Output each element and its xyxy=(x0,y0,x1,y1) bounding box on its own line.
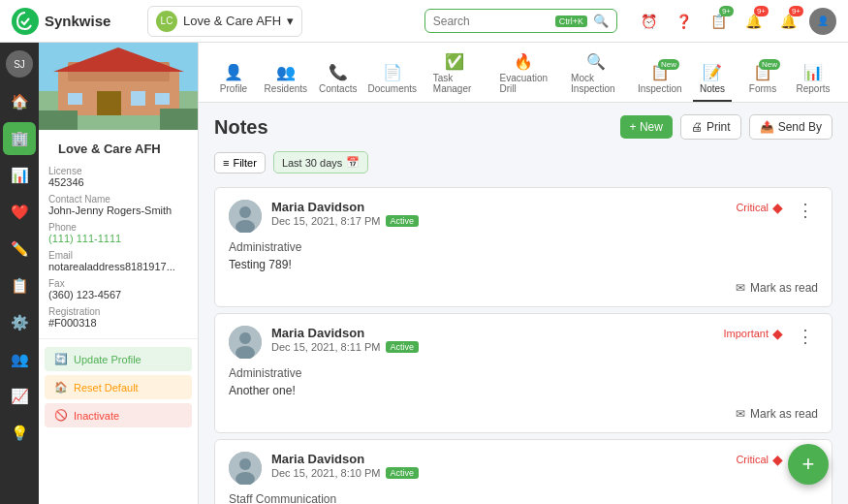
note-status-2: Active xyxy=(386,341,420,353)
note-priority-3: Critical ◆ xyxy=(736,452,783,467)
panel-divider xyxy=(39,338,198,339)
print-button[interactable]: 🖨 Print xyxy=(680,114,741,140)
mark-read-btn-1[interactable]: ✉ Mark as read xyxy=(736,281,818,295)
tab-contacts[interactable]: 📞 Contacts xyxy=(319,59,358,102)
tab-mock-inspection[interactable]: 🔍 Mock Inspection xyxy=(565,48,626,102)
tab-notes[interactable]: 📝 Notes xyxy=(693,59,732,102)
note-date-text-3: Dec 15, 2021, 8:10 PM xyxy=(271,467,381,479)
phone-value[interactable]: (111) 111-1111 xyxy=(48,233,188,244)
sidebar-ideas-btn[interactable]: 💡 xyxy=(3,417,36,450)
diamond-icon-2: ◆ xyxy=(772,326,783,341)
mark-read-label-2: Mark as read xyxy=(750,407,818,421)
svg-rect-8 xyxy=(155,93,170,105)
tasks-icon-btn[interactable]: 📋 9+ xyxy=(705,8,732,35)
fab-add-button[interactable]: + xyxy=(788,444,829,485)
sidebar-facility-btn[interactable]: 🏢 xyxy=(3,122,36,155)
sidebar-home-btn[interactable]: 🏠 xyxy=(3,85,36,118)
notifications-icon-btn[interactable]: 🔔 9+ xyxy=(739,8,767,35)
facility-selector[interactable]: LC Love & Care AFH ▾ xyxy=(147,6,302,37)
help-icon-btn[interactable]: ❓ xyxy=(670,8,697,35)
note-date-3: Dec 15, 2021, 8:10 PM Active xyxy=(271,467,726,479)
note-more-btn-2[interactable]: ⋮ xyxy=(793,326,818,347)
alerts-icon-btn[interactable]: 🔔 9+ xyxy=(774,8,801,35)
note-author-1: Maria Davidson xyxy=(271,200,726,214)
send-button[interactable]: 📤 Send By xyxy=(749,114,832,140)
note-header-2: Maria Davidson Dec 15, 2021, 8:11 PM Act… xyxy=(229,326,818,359)
facility-image xyxy=(39,43,198,130)
tab-mock-label: Mock Inspection xyxy=(571,73,620,94)
sidebar-notes-btn[interactable]: ✏️ xyxy=(3,233,36,266)
filter-label: Filter xyxy=(233,157,256,169)
user-avatar-nav[interactable]: 👤 xyxy=(809,8,836,35)
filter-icon: ≡ xyxy=(223,157,229,169)
filter-bar: ≡ Filter Last 30 days 📅 xyxy=(199,147,848,181)
note-author-2: Maria Davidson xyxy=(271,326,714,340)
profile-tab-icon: 👤 xyxy=(224,63,243,81)
app-name: Synkwise xyxy=(45,13,110,29)
tab-documents[interactable]: 📄 Documents xyxy=(369,59,416,102)
note-more-btn-1[interactable]: ⋮ xyxy=(793,200,818,221)
sidebar-settings-btn[interactable]: ⚙️ xyxy=(3,306,36,339)
svg-rect-9 xyxy=(39,110,78,130)
note-date-text-2: Dec 15, 2021, 8:11 PM xyxy=(271,341,381,353)
reports-tab-icon: 📊 xyxy=(803,63,823,81)
app-logo[interactable]: Synkwise xyxy=(12,8,138,35)
tab-inspection[interactable]: New 📋 Inspection xyxy=(639,59,681,102)
sidebar-docs-btn[interactable]: 📋 xyxy=(3,269,36,302)
logo-icon xyxy=(12,8,39,35)
chevron-down-icon: ▾ xyxy=(287,14,294,28)
note-content-2: Another one! xyxy=(229,384,818,397)
envelope-icon-2: ✉ xyxy=(736,407,745,421)
tab-contacts-label: Contacts xyxy=(319,83,357,94)
svg-point-18 xyxy=(239,458,251,470)
tab-evacuation[interactable]: 🔥 Evacuation Drill xyxy=(494,48,554,102)
inspection-badge: New xyxy=(658,59,679,70)
tab-residents-label: Residents xyxy=(265,83,307,94)
tab-residents[interactable]: 👥 Residents xyxy=(265,59,307,102)
note-date-1: Dec 15, 2021, 8:17 PM Active xyxy=(271,215,726,227)
mark-read-btn-2[interactable]: ✉ Mark as read xyxy=(736,407,818,421)
note-card-2: Maria Davidson Dec 15, 2021, 8:11 PM Act… xyxy=(214,313,832,433)
note-priority-text-2: Important xyxy=(724,328,769,339)
registration-label: Registration xyxy=(48,306,188,317)
svg-point-12 xyxy=(239,206,251,218)
search-input[interactable] xyxy=(433,15,550,28)
tab-forms[interactable]: New 📋 Forms xyxy=(743,59,782,102)
update-profile-button[interactable]: 🔄 Update Profile xyxy=(45,347,192,371)
sidebar-user-avatar[interactable]: SJ xyxy=(6,50,33,78)
tab-notes-label: Notes xyxy=(700,83,725,94)
search-icon[interactable]: 🔍 xyxy=(593,14,609,28)
notifications-badge: 9+ xyxy=(754,6,769,16)
note-priority-2: Important ◆ xyxy=(724,326,783,341)
tab-task-label: Task Manager xyxy=(433,73,477,94)
note-card-3: Maria Davidson Dec 15, 2021, 8:10 PM Act… xyxy=(214,439,832,504)
inactivate-label: Inactivate xyxy=(74,410,119,422)
task-tab-icon: ✅ xyxy=(445,52,464,71)
tab-inspection-label: Inspection xyxy=(638,83,682,94)
calendar-icon: 📅 xyxy=(346,156,360,169)
diamond-icon-3: ◆ xyxy=(772,452,783,467)
timer-icon-btn[interactable]: ⏰ xyxy=(635,8,662,35)
sidebar-reports-btn[interactable]: 📈 xyxy=(3,380,36,413)
search-box[interactable]: Ctrl+K 🔍 xyxy=(424,9,617,33)
note-priority-text-1: Critical xyxy=(736,202,769,213)
reset-default-button[interactable]: 🏠 Reset Default xyxy=(45,375,192,399)
sidebar-users-btn[interactable]: 👥 xyxy=(3,343,36,376)
note-category-3: Staff Communication xyxy=(229,492,818,504)
sidebar-health-btn[interactable]: ❤️ xyxy=(3,196,36,229)
note-avatar-3 xyxy=(229,452,262,485)
tab-reports[interactable]: 📊 Reports xyxy=(794,59,832,102)
note-footer-1: ✉ Mark as read xyxy=(229,281,818,295)
tab-profile[interactable]: 👤 Profile xyxy=(214,59,253,102)
sidebar-dashboard-btn[interactable]: 📊 xyxy=(3,159,36,192)
note-header-1: Maria Davidson Dec 15, 2021, 8:17 PM Act… xyxy=(229,200,818,233)
note-footer-2: ✉ Mark as read xyxy=(229,407,818,421)
filter-button[interactable]: ≡ Filter xyxy=(214,152,266,173)
tasks-badge: 9+ xyxy=(719,6,734,16)
tab-task-manager[interactable]: ✅ Task Manager xyxy=(427,48,483,102)
new-note-button[interactable]: + New xyxy=(620,115,673,139)
note-meta-2: Maria Davidson Dec 15, 2021, 8:11 PM Act… xyxy=(271,326,714,353)
date-filter[interactable]: Last 30 days 📅 xyxy=(273,151,368,173)
note-avatar-1 xyxy=(229,200,262,233)
inactivate-button[interactable]: 🚫 Inactivate xyxy=(45,403,192,427)
